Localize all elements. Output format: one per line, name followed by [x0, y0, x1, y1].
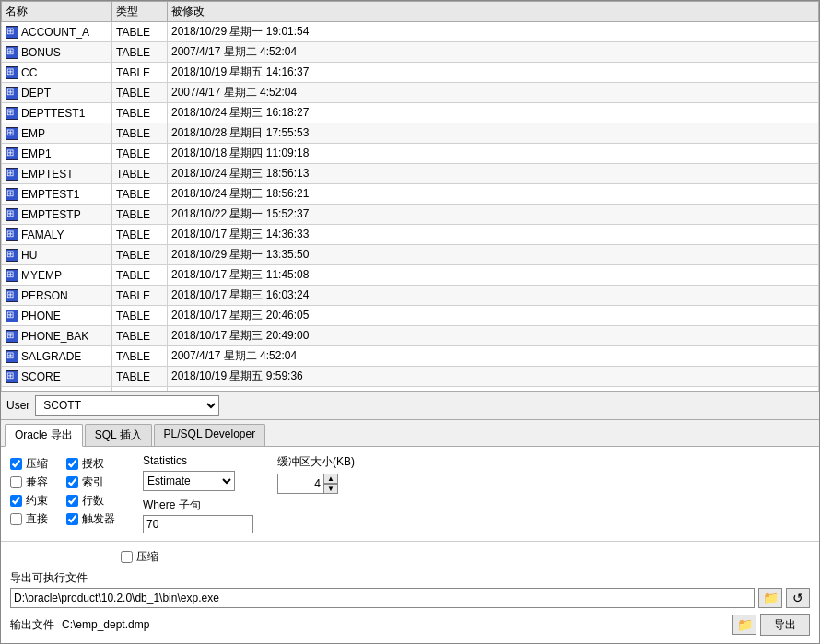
- export-file-refresh-btn[interactable]: ↺: [786, 588, 810, 608]
- buffer-up-btn[interactable]: ▲: [323, 474, 338, 484]
- cell-modified: 2018/10/22 星期一 15:52:37: [168, 205, 819, 225]
- table-icon: [6, 269, 18, 282]
- output-file-browse-btn[interactable]: 📁: [732, 615, 756, 635]
- cell-name: MYEMP: [2, 265, 112, 286]
- checkbox-constraint-label: 约束: [26, 493, 48, 509]
- table-row[interactable]: EMPTABLE2018/10/28 星期日 17:55:53: [2, 123, 819, 144]
- row-name-value: FAMALY: [21, 228, 64, 241]
- tab-plsql[interactable]: PL/SQL Developer: [154, 424, 266, 446]
- checkbox-constraint[interactable]: 约束: [10, 493, 48, 509]
- row-name-value: EMPTEST: [21, 168, 74, 181]
- checkbox-trigger-input[interactable]: [66, 513, 78, 525]
- export-file-input-row: 📁 ↺: [10, 588, 810, 608]
- table-row[interactable]: MYEMPTABLE2018/10/17 星期三 11:45:08: [2, 265, 819, 286]
- table-row[interactable]: CCTABLE2018/10/19 星期五 14:16:37: [2, 63, 819, 83]
- table-icon: [6, 208, 18, 221]
- table-row[interactable]: PHONETABLE2018/10/17 星期三 20:46:05: [2, 306, 819, 326]
- where-input[interactable]: [143, 515, 253, 533]
- cell-name: CC: [2, 63, 112, 83]
- objects-table: 名称 类型 被修改 ACCOUNT_ATABLE2018/10/29 星期一 1…: [1, 1, 819, 392]
- table-icon: [6, 289, 18, 302]
- row-name-value: BONUS: [21, 46, 61, 59]
- checkbox-compat-input[interactable]: [10, 476, 22, 488]
- table-row[interactable]: SCORETABLE2018/10/19 星期五 9:59:36: [2, 367, 819, 387]
- cell-type: TABLE: [112, 205, 168, 225]
- user-select[interactable]: SCOTT: [35, 395, 219, 416]
- table-icon: [6, 46, 18, 59]
- table-row[interactable]: BONUSTABLE2007/4/17 星期二 4:52:04: [2, 42, 819, 63]
- cell-modified: 2018/10/24 星期三 18:56:21: [168, 184, 819, 205]
- bottom-compress-label: 压缩: [136, 549, 158, 565]
- cell-name: EMP: [2, 123, 112, 144]
- row-name-value: EMPTESTP: [21, 208, 81, 221]
- checkbox-compress[interactable]: 压缩: [10, 456, 48, 472]
- cell-name: DEPT: [2, 83, 112, 103]
- table-row[interactable]: EMPTEST1TABLE2018/10/24 星期三 18:56:21: [2, 184, 819, 205]
- right-area: Statistics Estimate Compute None 缓冲区大小(K…: [143, 454, 373, 533]
- export-button[interactable]: 导出: [760, 614, 810, 636]
- table-row[interactable]: EMP1TABLE2018/10/18 星期四 11:09:18: [2, 144, 819, 164]
- checkbox-index[interactable]: 索引: [66, 474, 115, 490]
- row-name-value: SCORE: [21, 370, 61, 383]
- table-row[interactable]: EMPTESTTABLE2018/10/24 星期三 18:56:13: [2, 164, 819, 184]
- tab-bar: Oracle 导出 SQL 插入 PL/SQL Developer: [1, 420, 819, 447]
- checkbox-compress-input[interactable]: [10, 458, 22, 470]
- table-row[interactable]: ACCOUNT_ATABLE2018/10/29 星期一 19:01:54: [2, 22, 819, 42]
- table-row[interactable]: PERSONTABLE2018/10/17 星期三 16:03:24: [2, 286, 819, 306]
- row-name-value: MYEMP: [21, 269, 62, 282]
- table-row[interactable]: PHONE_BAKTABLE2018/10/17 星期三 20:49:00: [2, 326, 819, 346]
- buffer-down-btn[interactable]: ▼: [323, 484, 338, 494]
- table-area[interactable]: 名称 类型 被修改 ACCOUNT_ATABLE2018/10/29 星期一 1…: [1, 1, 819, 392]
- stats-select[interactable]: Estimate Compute None: [143, 471, 235, 491]
- where-section: Where 子句: [143, 498, 373, 533]
- checkbox-auth-label: 授权: [82, 456, 104, 472]
- cell-type: TABLE: [112, 164, 168, 184]
- checkbox-compat[interactable]: 兼容: [10, 474, 48, 490]
- row-name-value: SALGRADE: [21, 350, 81, 363]
- bottom-compress-input[interactable]: [121, 551, 133, 563]
- tab-sql[interactable]: SQL 插入: [85, 424, 152, 446]
- table-row[interactable]: DEPTTEST1TABLE2018/10/24 星期三 16:18:27: [2, 103, 819, 123]
- checkbox-auth[interactable]: 授权: [66, 456, 115, 472]
- col1-checkboxes: 压缩 兼容 约束 直接: [10, 454, 48, 527]
- output-file-label: 输出文件: [10, 617, 54, 633]
- stats-label: Statistics: [143, 454, 235, 467]
- cell-name: HU: [2, 245, 112, 265]
- checkbox-direct-input[interactable]: [10, 513, 22, 525]
- main-container: 名称 类型 被修改 ACCOUNT_ATABLE2018/10/29 星期一 1…: [0, 0, 820, 644]
- col2-checkboxes: 授权 索引 行数 触发器: [66, 454, 115, 527]
- cell-name: SCORE: [2, 367, 112, 387]
- table-row[interactable]: SALGRADETABLE2007/4/17 星期二 4:52:04: [2, 346, 819, 367]
- checkbox-auth-input[interactable]: [66, 458, 78, 470]
- export-file-browse-btn[interactable]: 📁: [758, 588, 782, 608]
- export-file-input[interactable]: [10, 588, 755, 608]
- table-icon: [6, 310, 18, 322]
- row-name-value: HU: [21, 249, 37, 262]
- row-name-value: DEPT: [21, 87, 51, 100]
- table-row[interactable]: EMPTESTPTABLE2018/10/22 星期一 15:52:37: [2, 205, 819, 225]
- buffer-input[interactable]: [277, 474, 323, 494]
- checkbox-trigger[interactable]: 触发器: [66, 511, 115, 527]
- table-icon: [6, 66, 18, 79]
- table-row[interactable]: DEPTTABLE2007/4/17 星期二 4:52:04: [2, 83, 819, 103]
- table-icon: [6, 147, 18, 160]
- row-name-value: PERSON: [21, 289, 68, 302]
- checkbox-direct[interactable]: 直接: [10, 511, 48, 527]
- table-row[interactable]: HUTABLE2018/10/29 星期一 13:35:50: [2, 245, 819, 265]
- table-row[interactable]: FAMALYTABLE2018/10/17 星期三 14:36:33: [2, 225, 819, 245]
- cell-name: PHONE: [2, 306, 112, 326]
- cell-type: TABLE: [112, 245, 168, 265]
- table-icon: [6, 87, 18, 100]
- table-icon: [6, 168, 18, 181]
- tab-oracle[interactable]: Oracle 导出: [5, 424, 83, 447]
- cell-type: TABLE: [112, 123, 168, 144]
- checkbox-rows[interactable]: 行数: [66, 493, 115, 509]
- checkbox-index-input[interactable]: [66, 476, 78, 488]
- checkbox-constraint-input[interactable]: [10, 495, 22, 507]
- cell-type: TABLE: [112, 265, 168, 286]
- checkbox-rows-input[interactable]: [66, 495, 78, 507]
- export-file-label: 导出可执行文件: [10, 570, 810, 586]
- cell-modified: 2018/10/29 星期一 19:01:54: [168, 22, 819, 42]
- cell-modified: 2018/10/17 星期三 20:46:05: [168, 306, 819, 326]
- col-header-type: 类型: [112, 2, 168, 22]
